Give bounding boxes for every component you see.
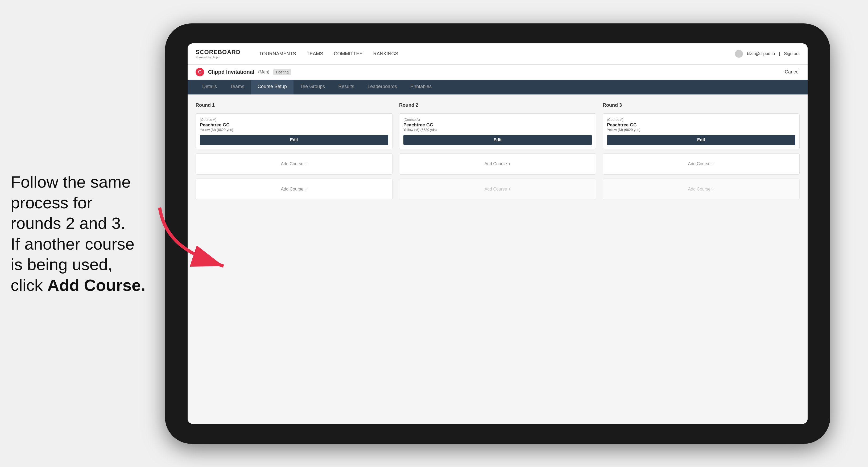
sub-header: C Clippd Invitational (Men) Hosting Canc… [188,65,808,80]
top-nav-links: TOURNAMENTS TEAMS COMMITTEE RANKINGS [259,51,722,57]
tab-details[interactable]: Details [195,80,223,94]
clippd-logo: C [195,68,204,76]
top-nav: SCOREBOARD Powered by clippd TOURNAMENTS… [188,43,808,65]
round-3-column: Round 3 (Course A) Peachtree GC Yellow (… [603,102,800,200]
round-1-column: Round 1 (Course A) Peachtree GC Yellow (… [195,102,393,200]
round-1-edit-button[interactable]: Edit [200,135,388,145]
round-3-course-label: (Course A) [607,118,795,122]
cancel-button[interactable]: Cancel [785,69,800,75]
round-2-title: Round 2 [399,102,596,108]
round-1-add-course-2[interactable]: Add Course+ [195,179,393,200]
tablet-frame: SCOREBOARD Powered by clippd TOURNAMENTS… [165,23,830,444]
round-3-add-course-text-2: Add Course+ [688,187,714,192]
brand-subtitle: Powered by clippd [195,56,241,59]
nav-tournaments[interactable]: TOURNAMENTS [259,51,296,57]
round-1-title: Round 1 [195,102,393,108]
top-nav-right: blair@clippd.io | Sign out [735,50,800,58]
round-3-title: Round 3 [603,102,800,108]
tournament-name: Clippd Invitational [208,69,254,75]
instruction-line6-bold: Add Course. [48,276,146,294]
instruction-line4: If another course [11,235,134,253]
round-2-add-course-text-1: Add Course+ [485,161,511,166]
user-avatar [735,50,743,58]
pipe-separator: | [779,51,780,56]
round-2-course-name: Peachtree GC [403,122,592,128]
round-1-course-label: (Course A) [200,118,388,122]
round-1-add-course-text-2: Add Course+ [281,187,307,192]
tab-tee-groups[interactable]: Tee Groups [293,80,332,94]
round-3-add-course-1[interactable]: Add Course+ [603,153,800,175]
tab-leaderboards[interactable]: Leaderboards [361,80,404,94]
rounds-grid: Round 1 (Course A) Peachtree GC Yellow (… [195,102,800,200]
brand-title: SCOREBOARD [195,49,241,56]
user-email: blair@clippd.io [747,51,775,56]
round-3-course-detail: Yellow (M) (6629 yds) [607,128,795,132]
tab-results[interactable]: Results [332,80,361,94]
instruction-line2: process for [11,193,92,212]
main-content: Round 1 (Course A) Peachtree GC Yellow (… [188,94,808,424]
tab-teams[interactable]: Teams [223,80,251,94]
round-2-course-label: (Course A) [403,118,592,122]
round-3-edit-button[interactable]: Edit [607,135,795,145]
round-2-edit-button[interactable]: Edit [403,135,592,145]
instruction-text: Follow the same process for rounds 2 and… [0,156,165,311]
sign-out-link[interactable]: Sign out [784,51,800,56]
instruction-line6-pre: click [11,276,48,294]
nav-rankings[interactable]: RANKINGS [373,51,398,57]
tab-printables[interactable]: Printables [404,80,438,94]
round-1-course-name: Peachtree GC [200,122,388,128]
round-2-column: Round 2 (Course A) Peachtree GC Yellow (… [399,102,596,200]
round-2-course-card: (Course A) Peachtree GC Yellow (M) (6629… [399,113,596,149]
sub-header-left: C Clippd Invitational (Men) Hosting [195,68,291,76]
round-2-add-course-1[interactable]: Add Course+ [399,153,596,175]
round-2-add-course-2: Add Course+ [399,179,596,200]
round-2-add-course-text-2: Add Course+ [485,187,511,192]
tab-course-setup[interactable]: Course Setup [251,80,293,94]
instruction-line1: Follow the same [11,173,131,191]
round-1-add-course-1[interactable]: Add Course+ [195,153,393,175]
tab-bar: Details Teams Course Setup Tee Groups Re… [188,80,808,94]
round-2-course-detail: Yellow (M) (6629 yds) [403,128,592,132]
tablet-screen: SCOREBOARD Powered by clippd TOURNAMENTS… [188,43,808,424]
round-3-course-name: Peachtree GC [607,122,795,128]
instruction-line5: is being used, [11,255,113,274]
round-3-add-course-2: Add Course+ [603,179,800,200]
round-3-course-card: (Course A) Peachtree GC Yellow (M) (6629… [603,113,800,149]
nav-committee[interactable]: COMMITTEE [334,51,363,57]
brand: SCOREBOARD Powered by clippd [195,49,241,59]
round-1-add-course-text-1: Add Course+ [281,161,307,166]
nav-teams[interactable]: TEAMS [307,51,323,57]
tournament-type: (Men) [258,70,269,74]
round-3-add-course-text-1: Add Course+ [688,161,714,166]
hosting-badge: Hosting [273,69,291,75]
round-1-course-detail: Yellow (M) (6629 yds) [200,128,388,132]
round-1-course-card: (Course A) Peachtree GC Yellow (M) (6629… [195,113,393,149]
instruction-line3: rounds 2 and 3. [11,214,125,232]
